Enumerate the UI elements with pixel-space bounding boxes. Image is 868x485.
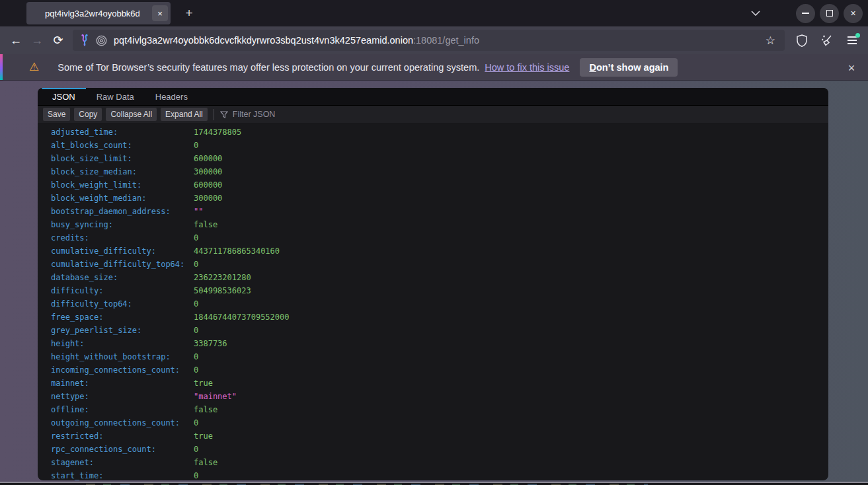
json-key: alt_blocks_count [51,139,194,152]
json-value: 0 [194,233,198,243]
json-value: 300000 [194,194,222,203]
json-value: true [194,379,213,388]
json-row[interactable]: restrictedtrue [51,429,828,443]
window-close-button[interactable]: × [844,4,863,23]
back-button[interactable]: ← [5,30,26,50]
json-value: 0 [194,471,198,480]
json-value: false [194,220,217,229]
json-value: 0 [194,326,198,335]
json-viewer-toolbar: Save Copy Collapse All Expand All [38,105,828,123]
save-button[interactable]: Save [43,108,70,121]
json-value: "mainnet" [194,392,237,401]
json-row[interactable]: block_weight_limit600000 [51,178,828,192]
json-row[interactable]: difficulty_top640 [51,297,828,311]
chevron-down-icon[interactable] [746,4,765,22]
json-value: 0 [194,352,198,361]
app-menu-hamburger-icon[interactable] [842,30,863,50]
json-row[interactable]: offlinefalse [51,403,828,416]
tab-title: pqt4ivlg3a2wr4oyobbk6d [45,9,140,19]
json-key: difficulty_top64 [51,297,194,311]
url-bar[interactable]: pqt4ivlg3a2wr4oyobbk6dcvcfkkdyrwro3sbq2u… [73,30,785,51]
tab-close-icon[interactable]: × [152,5,168,21]
tab-raw-data[interactable]: Raw Data [86,88,145,105]
json-row[interactable]: stagenetfalse [51,456,828,469]
json-row[interactable]: height3387736 [51,337,828,350]
json-key: free_space [51,311,194,324]
window-minimize-button[interactable] [796,4,815,23]
reload-button[interactable]: ⟳ [48,30,69,50]
json-key: offline [51,403,194,416]
json-row[interactable]: difficulty504998536023 [51,284,828,297]
json-row[interactable]: rpc_connections_count0 [51,443,828,456]
copy-button[interactable]: Copy [74,108,102,121]
how-to-fix-link[interactable]: How to fix this issue [485,62,569,73]
json-value: 3387736 [194,339,227,348]
json-row[interactable]: free_space18446744073709552000 [51,311,828,324]
json-key: cumulative_difficulty_top64 [51,258,194,271]
json-row[interactable]: outgoing_connections_count0 [51,416,828,429]
dont-show-again-button[interactable]: Don’t show again [580,58,678,77]
tab-json[interactable]: JSON [42,88,86,105]
json-row[interactable]: grey_peerlist_size0 [51,324,828,337]
json-row[interactable]: alt_blocks_count0 [51,139,828,152]
window-bottom-edge [0,482,868,485]
json-value: 504998536023 [194,286,251,295]
json-value: 236223201280 [194,273,251,282]
toolbar-right-icons [791,30,863,50]
json-value: 18446744073709552000 [194,313,290,322]
urlbar-icons [79,34,107,46]
json-value: "" [194,207,203,216]
tor-circuit-icon[interactable] [79,34,90,46]
json-key: height [51,337,194,350]
json-row[interactable]: incoming_connections_count0 [51,363,828,377]
json-row[interactable]: block_size_median300000 [51,165,828,178]
json-row[interactable]: height_without_bootstrap0 [51,350,828,363]
json-row[interactable]: cumulative_difficulty443711786865340160 [51,244,828,258]
window-maximize-button[interactable] [820,4,839,23]
collapse-all-button[interactable]: Collapse All [106,108,157,121]
menu-notification-dot [855,33,860,38]
json-key: start_time [51,469,194,480]
json-value: 0 [194,418,198,428]
json-row[interactable]: bootstrap_daemon_address"" [51,205,828,218]
json-key: block_size_limit [51,152,194,165]
json-row[interactable]: block_size_limit600000 [51,152,828,165]
json-key: stagenet [51,456,194,469]
json-key: mainnet [51,377,194,390]
json-value: 1744378805 [194,128,241,137]
onion-site-icon[interactable] [96,35,107,46]
json-row[interactable]: adjusted_time1744378805 [51,126,828,139]
warning-icon: ⚠ [29,60,39,74]
browser-tab[interactable]: pqt4ivlg3a2wr4oyobbk6d × [26,2,171,24]
json-key: rpc_connections_count [51,443,194,456]
json-value: 443711786865340160 [194,246,280,256]
url-text[interactable]: pqt4ivlg3a2wr4oyobbk6dcvcfkkdyrwro3sbq2u… [114,35,479,46]
json-key: difficulty [51,284,194,297]
json-row[interactable]: busy_syncingfalse [51,218,828,231]
banner-accent-stripe [0,54,3,80]
url-host: pqt4ivlg3a2wr4oyobbk6dcvcfkkdyrwro3sbq2u… [114,35,413,46]
navigation-toolbar: ← → ⟳ pqt4ivlg3a2wr4oyobbk6dcvcfkkdyrwro… [0,26,868,54]
json-row[interactable]: start_time0 [51,469,828,480]
json-row[interactable]: block_weight_median300000 [51,192,828,205]
filter-json-input[interactable] [233,110,431,119]
json-row[interactable]: mainnettrue [51,377,828,390]
banner-close-icon[interactable]: × [843,59,860,77]
new-tab-button[interactable]: + [180,4,198,22]
json-key: credits [51,231,194,244]
tab-title-wrap: pqt4ivlg3a2wr4oyobbk6d [26,7,152,19]
json-row[interactable]: database_size236223201280 [51,271,828,284]
dont-show-again-label: Don’t show again [589,62,668,73]
close-icon: × [850,8,855,19]
json-row[interactable]: cumulative_difficulty_top640 [51,258,828,271]
json-value: 0 [194,365,198,375]
json-value: false [194,405,217,414]
json-row[interactable]: nettype"mainnet" [51,390,828,403]
shield-icon[interactable] [791,30,812,50]
new-identity-broom-icon[interactable] [816,30,838,50]
tab-headers[interactable]: Headers [145,88,198,105]
minimize-icon [802,13,809,14]
expand-all-button[interactable]: Expand All [161,108,208,121]
bookmark-star-icon[interactable]: ☆ [763,34,778,48]
json-row[interactable]: credits0 [51,231,828,244]
